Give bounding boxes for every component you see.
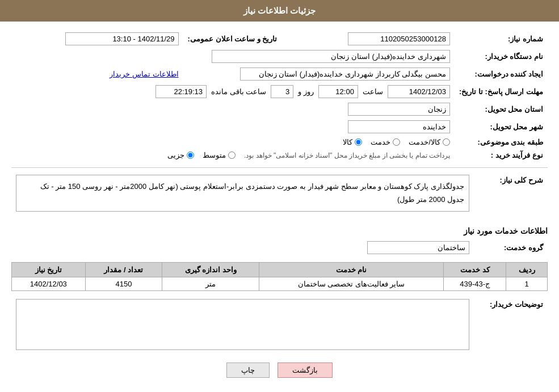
row-category: طبقه بندی موضوعی: کالا/خدمت خدمت [11, 136, 548, 149]
buyer-notes-textarea[interactable] [16, 299, 469, 350]
deadline-label: مهلت ارسال پاسخ: تا تاریخ: [455, 83, 548, 100]
row-description: شرح کلی نیاز: جدولگذاری پارک کوهستان و م… [11, 172, 548, 220]
notes-table: توضیحات خریدار: [11, 297, 548, 354]
province-input[interactable] [348, 103, 450, 116]
description-label: شرح کلی نیاز: [474, 172, 548, 220]
deadline-time-input[interactable] [318, 85, 358, 98]
requester-label: ایجاد کننده درخواست: [455, 65, 548, 83]
contact-link[interactable]: اطلاعات تماس خریدار [110, 70, 178, 78]
process-jazvi-option: جزیی [167, 151, 194, 159]
process-label: نوع فرآیند خرید : [455, 149, 548, 162]
category-kala-radio[interactable] [355, 138, 362, 146]
row-city: شهر محل تحویل: [11, 118, 548, 136]
category-kala-khedmat-option: کالا/خدمت [409, 138, 450, 146]
cell-row: 1 [506, 277, 548, 290]
category-kala-label: کالا [343, 138, 352, 146]
row-buyer-org: نام دستگاه خریدار: [11, 48, 548, 65]
description-table: شرح کلی نیاز: جدولگذاری پارک کوهستان و م… [11, 172, 548, 220]
category-khedmat-radio[interactable] [393, 138, 400, 146]
cell-unit: متر [162, 277, 259, 290]
cell-qty: 4150 [85, 277, 162, 290]
row-requester: ایجاد کننده درخواست: اطلاعات تماس خریدار [11, 65, 548, 83]
buyer-org-input[interactable] [212, 50, 450, 63]
print-button[interactable]: چاپ [226, 363, 270, 378]
page-title: جزئیات اطلاعات نیاز [243, 6, 316, 15]
row-buyer-notes: توضیحات خریدار: [11, 297, 548, 354]
city-input[interactable] [348, 120, 450, 133]
page-container: جزئیات اطلاعات نیاز شماره نیاز: تاریخ و … [0, 0, 559, 392]
requester-input[interactable] [240, 68, 450, 81]
need-number-label: شماره نیاز: [455, 30, 548, 48]
buyer-notes-label: توضیحات خریدار: [474, 297, 548, 354]
deadline-time-label: ساعت [363, 87, 383, 96]
col-row-num: ردیف [506, 262, 548, 277]
need-number-input[interactable] [348, 32, 450, 45]
col-service-code: کد خدمت [444, 262, 506, 277]
deadline-days-label: روز و [298, 87, 314, 96]
deadline-remaining-input[interactable] [155, 85, 207, 98]
services-table: ردیف کد خدمت نام خدمت واحد اندازه گیری ت… [11, 262, 548, 291]
col-service-name: نام خدمت [259, 262, 444, 277]
main-form-table: شماره نیاز: تاریخ و ساعت اعلان عمومی: نا… [11, 30, 548, 162]
row-need-number: شماره نیاز: تاریخ و ساعت اعلان عمومی: [11, 30, 548, 48]
city-label: شهر محل تحویل: [455, 118, 548, 136]
services-table-wrapper: ردیف کد خدمت نام خدمت واحد اندازه گیری ت… [11, 262, 548, 291]
cell-date: 1402/12/03 [12, 277, 86, 290]
service-group-table: گروه خدمت: [11, 239, 548, 256]
process-motavaset-option: متوسط [203, 151, 236, 159]
buttons-row: بازگشت چاپ [11, 363, 548, 378]
category-kala-khedmat-radio[interactable] [443, 138, 450, 146]
table-row: 1ج-43-439سایر فعالیت‌های تخصصی ساختمانمت… [12, 277, 548, 290]
cell-name: سایر فعالیت‌های تخصصی ساختمان [259, 277, 444, 290]
col-qty: تعداد / مقدار [85, 262, 162, 277]
row-province: استان محل تحویل: [11, 100, 548, 118]
services-section-title: اطلاعات خدمات مورد نیاز [11, 226, 548, 235]
deadline-date-input[interactable] [388, 85, 450, 98]
category-label: طبقه بندی موضوعی: [455, 136, 548, 149]
buyer-org-label: نام دستگاه خریدار: [455, 48, 548, 65]
category-khedmat-label: خدمت [371, 138, 390, 146]
content-area: شماره نیاز: تاریخ و ساعت اعلان عمومی: نا… [0, 22, 559, 392]
col-date: تاریخ نیاز [12, 262, 86, 277]
description-value: جدولگذاری پارک کوهستان و معابر سطح شهر ف… [16, 175, 469, 212]
separator-1 [11, 167, 548, 168]
row-process: نوع فرآیند خرید : پرداخت تمام یا بخشی از… [11, 149, 548, 162]
deadline-remaining-label: ساعت باقی مانده [211, 87, 266, 96]
page-header: جزئیات اطلاعات نیاز [0, 0, 559, 22]
back-button[interactable]: بازگشت [278, 363, 333, 378]
table-header-row: ردیف کد خدمت نام خدمت واحد اندازه گیری ت… [12, 262, 548, 277]
col-unit: واحد اندازه گیری [162, 262, 259, 277]
province-label: استان محل تحویل: [455, 100, 548, 118]
category-khedmat-option: خدمت [371, 138, 400, 146]
process-jazvi-label: جزیی [167, 151, 184, 159]
service-group-input[interactable] [367, 241, 469, 254]
process-motavaset-label: متوسط [203, 151, 226, 159]
row-service-group: گروه خدمت: [11, 239, 548, 256]
category-kala-option: کالا [343, 138, 362, 146]
announce-date-label: تاریخ و ساعت اعلان عمومی: [183, 30, 282, 48]
cell-code: ج-43-439 [444, 277, 506, 290]
process-jazvi-radio[interactable] [187, 151, 194, 159]
row-deadline: مهلت ارسال پاسخ: تا تاریخ: ساعت روز و سا… [11, 83, 548, 100]
process-motavaset-radio[interactable] [228, 151, 236, 159]
category-kala-khedmat-label: کالا/خدمت [409, 138, 440, 146]
service-group-label: گروه خدمت: [474, 239, 548, 256]
deadline-days-input[interactable] [271, 85, 293, 98]
process-note: پرداخت تمام یا بخشی از مبلغ خریداز محل "… [244, 151, 450, 159]
announce-date-input[interactable] [65, 32, 179, 45]
